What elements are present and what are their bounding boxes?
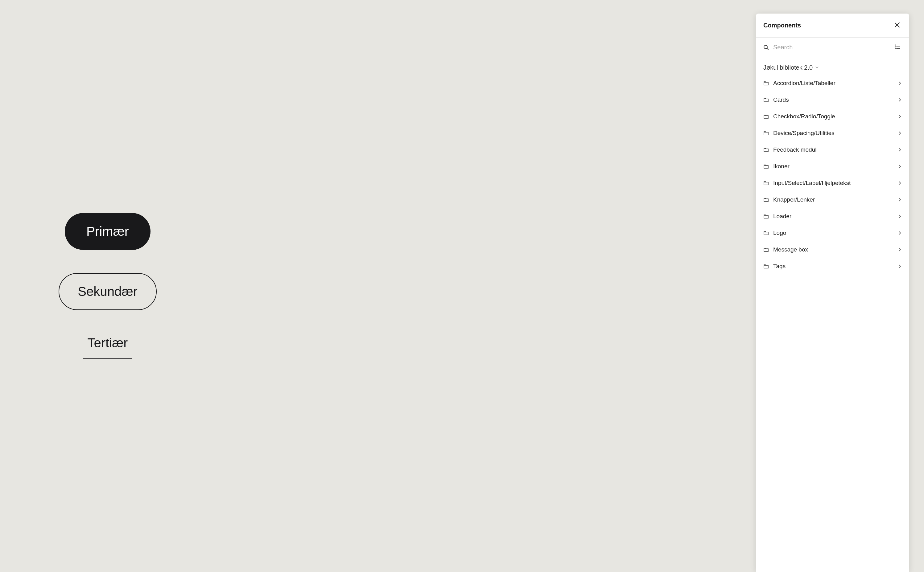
folder-item[interactable]: Feedback modul — [756, 141, 909, 158]
chevron-right-icon — [898, 214, 902, 219]
folder-label: Device/Spacing/Utilities — [773, 130, 893, 137]
folder-label: Cards — [773, 96, 893, 103]
folder-label: Message box — [773, 246, 893, 253]
folder-item[interactable]: Tags — [756, 258, 909, 275]
folder-icon — [764, 114, 769, 119]
folder-icon — [764, 164, 769, 169]
folder-icon — [764, 230, 769, 236]
library-selector[interactable]: Jøkul bibliotek 2.0 — [756, 58, 909, 75]
folder-label: Tags — [773, 263, 893, 270]
chevron-right-icon — [898, 197, 902, 202]
chevron-right-icon — [898, 264, 902, 269]
svg-line-3 — [767, 48, 768, 50]
folder-label: Loader — [773, 213, 893, 220]
folder-icon — [764, 247, 769, 252]
folder-item[interactable]: Cards — [756, 92, 909, 108]
search-icon — [764, 45, 769, 50]
folder-label: Knapper/Lenker — [773, 196, 893, 203]
svg-point-8 — [895, 49, 896, 49]
tertiary-underline — [83, 358, 132, 359]
folder-item[interactable]: Accordion/Liste/Tabeller — [756, 75, 909, 92]
folder-item[interactable]: Device/Spacing/Utilities — [756, 125, 909, 141]
folder-item[interactable]: Checkbox/Radio/Toggle — [756, 108, 909, 125]
svg-point-6 — [895, 47, 896, 47]
folder-label: Feedback modul — [773, 146, 893, 153]
folder-item[interactable]: Logo — [756, 225, 909, 241]
chevron-right-icon — [898, 81, 902, 85]
close-button[interactable] — [893, 20, 902, 31]
panel-title: Components — [764, 22, 801, 29]
primary-button[interactable]: Primær — [65, 213, 151, 250]
list-view-toggle-button[interactable] — [893, 42, 902, 52]
panel-header: Components — [756, 14, 909, 37]
button-stack: Primær Sekundær Tertiær — [59, 213, 157, 359]
list-icon — [894, 44, 901, 51]
chevron-right-icon — [898, 164, 902, 169]
folder-label: Ikoner — [773, 163, 893, 170]
components-panel: Components — [756, 14, 909, 572]
folder-item[interactable]: Loader — [756, 208, 909, 225]
library-name: Jøkul bibliotek 2.0 — [764, 64, 813, 71]
chevron-right-icon — [898, 114, 902, 119]
folder-icon — [764, 180, 769, 186]
folder-icon — [764, 197, 769, 202]
chevron-right-icon — [898, 131, 902, 135]
chevron-right-icon — [898, 181, 902, 185]
secondary-button[interactable]: Sekundær — [59, 273, 157, 310]
folder-label: Input/Select/Label/Hjelpetekst — [773, 180, 893, 187]
folder-icon — [764, 264, 769, 269]
folder-list: Accordion/Liste/TabellerCardsCheckbox/Ra… — [756, 75, 909, 572]
chevron-down-icon — [815, 65, 819, 71]
folder-label: Logo — [773, 230, 893, 236]
search-input[interactable] — [773, 44, 889, 51]
chevron-right-icon — [898, 231, 902, 235]
folder-icon — [764, 97, 769, 103]
tertiary-button-wrap: Tertiær — [83, 333, 132, 359]
chevron-right-icon — [898, 247, 902, 252]
tertiary-button[interactable]: Tertiær — [87, 333, 128, 353]
folder-label: Checkbox/Radio/Toggle — [773, 113, 893, 120]
close-icon — [894, 22, 901, 29]
folder-icon — [764, 147, 769, 152]
svg-point-4 — [895, 45, 896, 45]
search-bar — [756, 37, 909, 58]
folder-label: Accordion/Liste/Tabeller — [773, 80, 893, 87]
chevron-right-icon — [898, 148, 902, 152]
folder-item[interactable]: Input/Select/Label/Hjelpetekst — [756, 175, 909, 191]
folder-icon — [764, 214, 769, 219]
chevron-right-icon — [898, 98, 902, 102]
folder-item[interactable]: Message box — [756, 241, 909, 258]
folder-item[interactable]: Knapper/Lenker — [756, 191, 909, 208]
folder-icon — [764, 81, 769, 86]
folder-icon — [764, 131, 769, 136]
folder-item[interactable]: Ikoner — [756, 158, 909, 175]
